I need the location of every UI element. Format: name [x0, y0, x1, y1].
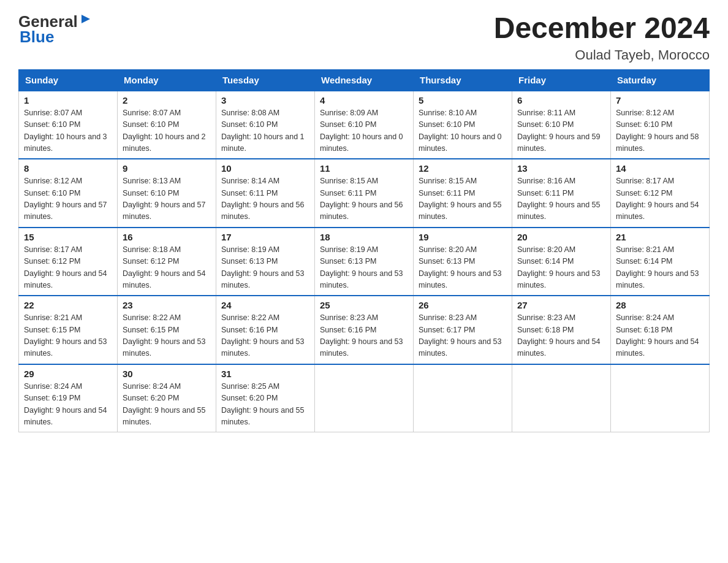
- day-cell: 25Sunrise: 8:23 AMSunset: 6:16 PMDayligh…: [315, 296, 414, 364]
- day-info: Sunrise: 8:15 AMSunset: 6:11 PMDaylight:…: [419, 175, 507, 223]
- day-number: 24: [221, 300, 309, 310]
- day-number: 29: [24, 369, 112, 379]
- day-cell: 16Sunrise: 8:18 AMSunset: 6:12 PMDayligh…: [118, 228, 216, 296]
- day-cell: 27Sunrise: 8:23 AMSunset: 6:18 PMDayligh…: [512, 296, 611, 364]
- day-info: Sunrise: 8:17 AMSunset: 6:12 PMDaylight:…: [24, 244, 112, 292]
- header-row: SundayMondayTuesdayWednesdayThursdayFrid…: [19, 69, 710, 91]
- day-info: Sunrise: 8:25 AMSunset: 6:20 PMDaylight:…: [221, 381, 309, 429]
- calendar-body: 1Sunrise: 8:07 AMSunset: 6:10 PMDaylight…: [19, 91, 710, 432]
- day-cell: 29Sunrise: 8:24 AMSunset: 6:19 PMDayligh…: [19, 364, 118, 432]
- day-number: 15: [24, 232, 112, 242]
- day-number: 22: [24, 300, 112, 310]
- day-cell: 23Sunrise: 8:22 AMSunset: 6:15 PMDayligh…: [118, 296, 216, 364]
- logo-icon: General Blue: [18, 12, 93, 47]
- day-cell: 9Sunrise: 8:13 AMSunset: 6:10 PMDaylight…: [118, 159, 216, 228]
- day-info: Sunrise: 8:12 AMSunset: 6:10 PMDaylight:…: [24, 175, 112, 223]
- day-number: 31: [221, 369, 309, 379]
- day-number: 14: [616, 163, 704, 174]
- day-cell: 1Sunrise: 8:07 AMSunset: 6:10 PMDaylight…: [19, 91, 118, 159]
- header-saturday: Saturday: [611, 69, 710, 91]
- day-info: Sunrise: 8:23 AMSunset: 6:16 PMDaylight:…: [320, 312, 408, 360]
- day-cell: 4Sunrise: 8:09 AMSunset: 6:10 PMDaylight…: [315, 91, 414, 159]
- header-thursday: Thursday: [414, 69, 512, 91]
- month-title: December 2024: [494, 12, 710, 45]
- day-number: 10: [221, 163, 309, 174]
- day-cell: 20Sunrise: 8:20 AMSunset: 6:14 PMDayligh…: [512, 228, 611, 296]
- day-cell: 18Sunrise: 8:19 AMSunset: 6:13 PMDayligh…: [315, 228, 414, 296]
- day-cell: 11Sunrise: 8:15 AMSunset: 6:11 PMDayligh…: [315, 159, 414, 228]
- day-info: Sunrise: 8:15 AMSunset: 6:11 PMDaylight:…: [320, 175, 408, 223]
- day-cell: 7Sunrise: 8:12 AMSunset: 6:10 PMDaylight…: [611, 91, 710, 159]
- day-info: Sunrise: 8:14 AMSunset: 6:11 PMDaylight:…: [221, 175, 309, 223]
- calendar-header: SundayMondayTuesdayWednesdayThursdayFrid…: [19, 69, 710, 91]
- day-info: Sunrise: 8:23 AMSunset: 6:17 PMDaylight:…: [419, 312, 507, 360]
- page-header: General Blue December 2024 Oulad Tayeb, …: [18, 12, 710, 63]
- week-row-2: 8Sunrise: 8:12 AMSunset: 6:10 PMDaylight…: [19, 159, 710, 228]
- day-number: 11: [320, 163, 408, 174]
- day-info: Sunrise: 8:13 AMSunset: 6:10 PMDaylight:…: [123, 175, 211, 223]
- header-friday: Friday: [512, 69, 611, 91]
- day-number: 12: [419, 163, 507, 174]
- day-number: 13: [517, 163, 605, 174]
- day-info: Sunrise: 8:21 AMSunset: 6:14 PMDaylight:…: [616, 244, 704, 292]
- day-info: Sunrise: 8:19 AMSunset: 6:13 PMDaylight:…: [320, 244, 408, 292]
- day-cell: 30Sunrise: 8:24 AMSunset: 6:20 PMDayligh…: [118, 364, 216, 432]
- week-row-5: 29Sunrise: 8:24 AMSunset: 6:19 PMDayligh…: [19, 364, 710, 432]
- day-info: Sunrise: 8:12 AMSunset: 6:10 PMDaylight:…: [616, 107, 704, 155]
- day-cell: 12Sunrise: 8:15 AMSunset: 6:11 PMDayligh…: [414, 159, 512, 228]
- day-cell: 26Sunrise: 8:23 AMSunset: 6:17 PMDayligh…: [414, 296, 512, 364]
- day-info: Sunrise: 8:07 AMSunset: 6:10 PMDaylight:…: [123, 107, 211, 155]
- day-info: Sunrise: 8:20 AMSunset: 6:14 PMDaylight:…: [517, 244, 605, 292]
- day-number: 30: [123, 369, 211, 379]
- day-number: 21: [616, 232, 704, 242]
- day-cell: 21Sunrise: 8:21 AMSunset: 6:14 PMDayligh…: [611, 228, 710, 296]
- day-cell: 31Sunrise: 8:25 AMSunset: 6:20 PMDayligh…: [216, 364, 315, 432]
- day-number: 28: [616, 300, 704, 310]
- day-number: 20: [517, 232, 605, 242]
- week-row-1: 1Sunrise: 8:07 AMSunset: 6:10 PMDaylight…: [19, 91, 710, 159]
- location: Oulad Tayeb, Morocco: [494, 47, 710, 63]
- day-info: Sunrise: 8:19 AMSunset: 6:13 PMDaylight:…: [221, 244, 309, 292]
- day-cell: 6Sunrise: 8:11 AMSunset: 6:10 PMDaylight…: [512, 91, 611, 159]
- day-cell: [414, 364, 512, 432]
- day-cell: 13Sunrise: 8:16 AMSunset: 6:11 PMDayligh…: [512, 159, 611, 228]
- day-number: 2: [123, 95, 211, 105]
- day-info: Sunrise: 8:23 AMSunset: 6:18 PMDaylight:…: [517, 312, 605, 360]
- day-number: 18: [320, 232, 408, 242]
- day-number: 9: [123, 163, 211, 174]
- day-cell: 19Sunrise: 8:20 AMSunset: 6:13 PMDayligh…: [414, 228, 512, 296]
- day-info: Sunrise: 8:07 AMSunset: 6:10 PMDaylight:…: [24, 107, 112, 155]
- day-cell: 28Sunrise: 8:24 AMSunset: 6:18 PMDayligh…: [611, 296, 710, 364]
- day-number: 6: [517, 95, 605, 105]
- day-number: 19: [419, 232, 507, 242]
- week-row-4: 22Sunrise: 8:21 AMSunset: 6:15 PMDayligh…: [19, 296, 710, 364]
- day-cell: 22Sunrise: 8:21 AMSunset: 6:15 PMDayligh…: [19, 296, 118, 364]
- logo-arrow-icon: [79, 12, 93, 26]
- day-cell: 5Sunrise: 8:10 AMSunset: 6:10 PMDaylight…: [414, 91, 512, 159]
- day-number: 16: [123, 232, 211, 242]
- day-info: Sunrise: 8:21 AMSunset: 6:15 PMDaylight:…: [24, 312, 112, 360]
- day-number: 23: [123, 300, 211, 310]
- day-number: 7: [616, 95, 704, 105]
- day-cell: 3Sunrise: 8:08 AMSunset: 6:10 PMDaylight…: [216, 91, 315, 159]
- logo: General Blue: [18, 12, 93, 47]
- header-tuesday: Tuesday: [216, 69, 315, 91]
- day-info: Sunrise: 8:20 AMSunset: 6:13 PMDaylight:…: [419, 244, 507, 292]
- day-cell: [512, 364, 611, 432]
- week-row-3: 15Sunrise: 8:17 AMSunset: 6:12 PMDayligh…: [19, 228, 710, 296]
- day-number: 1: [24, 95, 112, 105]
- logo-text-blue: Blue: [20, 28, 54, 47]
- day-cell: 2Sunrise: 8:07 AMSunset: 6:10 PMDaylight…: [118, 91, 216, 159]
- day-cell: [315, 364, 414, 432]
- svg-marker-0: [82, 15, 90, 23]
- day-cell: [611, 364, 710, 432]
- day-number: 26: [419, 300, 507, 310]
- day-number: 17: [221, 232, 309, 242]
- day-info: Sunrise: 8:10 AMSunset: 6:10 PMDaylight:…: [419, 107, 507, 155]
- day-info: Sunrise: 8:17 AMSunset: 6:12 PMDaylight:…: [616, 175, 704, 223]
- day-cell: 8Sunrise: 8:12 AMSunset: 6:10 PMDaylight…: [19, 159, 118, 228]
- day-number: 5: [419, 95, 507, 105]
- day-info: Sunrise: 8:09 AMSunset: 6:10 PMDaylight:…: [320, 107, 408, 155]
- day-info: Sunrise: 8:22 AMSunset: 6:15 PMDaylight:…: [123, 312, 211, 360]
- header-monday: Monday: [118, 69, 216, 91]
